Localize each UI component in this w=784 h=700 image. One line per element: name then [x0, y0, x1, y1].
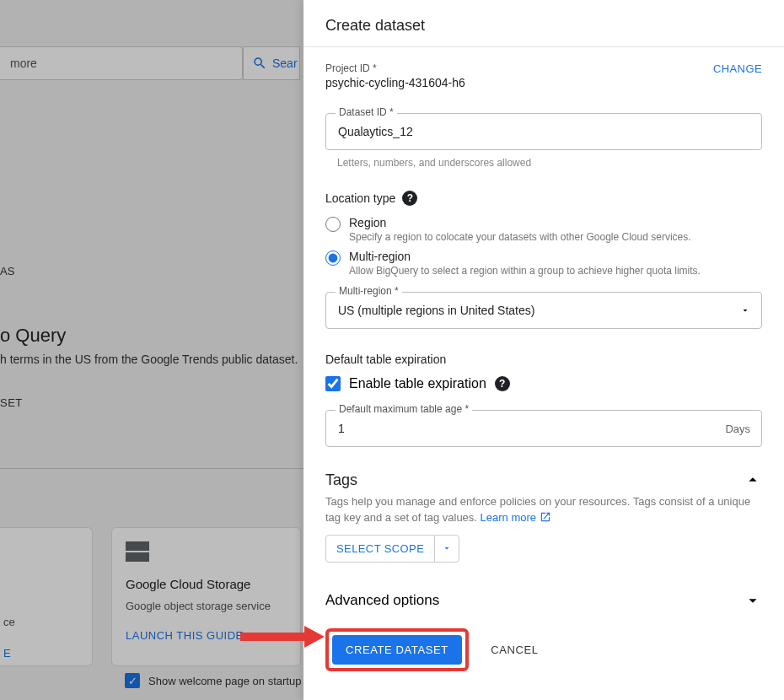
- radio-region[interactable]: Region Specify a region to colocate your…: [325, 216, 762, 243]
- bg-text-as: AS: [0, 265, 14, 277]
- dataset-id-label: Dataset ID *: [336, 106, 397, 118]
- radio-region-desc: Specify a region to colocate your datase…: [349, 231, 691, 243]
- select-scope-dropdown[interactable]: [434, 536, 459, 562]
- storage-icon: [126, 541, 149, 562]
- checkbox-checked-icon: ✓: [125, 673, 140, 688]
- radio-multiregion-desc: Allow BigQuery to select a region within…: [349, 265, 701, 277]
- tags-title: Tags: [325, 471, 357, 489]
- project-id-label: Project ID *: [325, 62, 465, 74]
- panel-footer: CREATE DATASET CANCEL: [303, 611, 784, 700]
- enable-expiration-checkbox[interactable]: [325, 376, 341, 391]
- card-title: Google Cloud Storage: [126, 577, 287, 591]
- advanced-options-title: Advanced options: [325, 592, 439, 609]
- radio-region-label: Region: [349, 216, 691, 229]
- external-link-icon: [540, 511, 551, 523]
- help-icon[interactable]: ?: [402, 191, 417, 206]
- panel-title: Create dataset: [303, 0, 784, 47]
- dataset-id-helper: Letters, numbers, and underscores allowe…: [325, 157, 762, 169]
- learn-more-link[interactable]: Learn more: [481, 511, 551, 524]
- radio-region-input[interactable]: [325, 217, 341, 232]
- bg-subtitle: h terms in the US from the Google Trends…: [0, 353, 298, 366]
- chevron-down-icon[interactable]: [744, 591, 762, 610]
- max-age-label: Default maximum table age *: [336, 403, 472, 415]
- create-dataset-button[interactable]: CREATE DATASET: [332, 635, 462, 665]
- multiregion-select[interactable]: US (multiple regions in United States): [325, 292, 762, 329]
- location-type-label: Location type: [325, 191, 395, 205]
- launch-guide-link: LAUNCH THIS GUIDE: [126, 629, 287, 642]
- multiregion-field-label: Multi-region *: [336, 285, 402, 297]
- project-id-value: psychic-cycling-431604-h6: [325, 76, 465, 89]
- dropdown-arrow-icon: [442, 543, 452, 553]
- help-icon[interactable]: ?: [495, 376, 510, 391]
- card-desc: Google object storage service: [126, 600, 287, 612]
- bg-card-left-partial: ce E: [0, 527, 93, 666]
- tags-description: Tags help you manage and enforce policie…: [325, 494, 762, 526]
- bg-heading: o Query: [0, 325, 66, 347]
- radio-multiregion-label: Multi-region: [349, 250, 701, 263]
- create-dataset-panel: Create dataset Project ID * psychic-cycl…: [303, 0, 784, 700]
- radio-multiregion-input[interactable]: [325, 250, 341, 266]
- bg-card-gcs: Google Cloud Storage Google object stora…: [111, 527, 301, 666]
- expiration-title: Default table expiration: [325, 353, 446, 366]
- radio-multiregion[interactable]: Multi-region Allow BigQuery to select a …: [325, 250, 762, 277]
- bg-divider: [0, 468, 303, 469]
- chevron-up-icon[interactable]: [744, 471, 762, 489]
- search-icon: [252, 56, 267, 71]
- max-age-suffix: Days: [725, 423, 750, 435]
- select-scope-button[interactable]: SELECT SCOPE: [325, 535, 459, 563]
- dataset-id-input[interactable]: [325, 113, 762, 150]
- annotation-highlight: CREATE DATASET: [325, 628, 469, 671]
- change-project-button[interactable]: CHANGE: [713, 62, 762, 75]
- bg-chip: SET: [0, 396, 23, 409]
- max-age-input[interactable]: [325, 410, 762, 447]
- search-button-bg: Sear: [243, 46, 300, 80]
- enable-expiration-label: Enable table expiration: [349, 376, 486, 391]
- search-input-bg: more: [0, 46, 243, 80]
- cancel-button[interactable]: CANCEL: [491, 643, 538, 656]
- welcome-checkbox-row: ✓ Show welcome page on startup: [125, 673, 301, 688]
